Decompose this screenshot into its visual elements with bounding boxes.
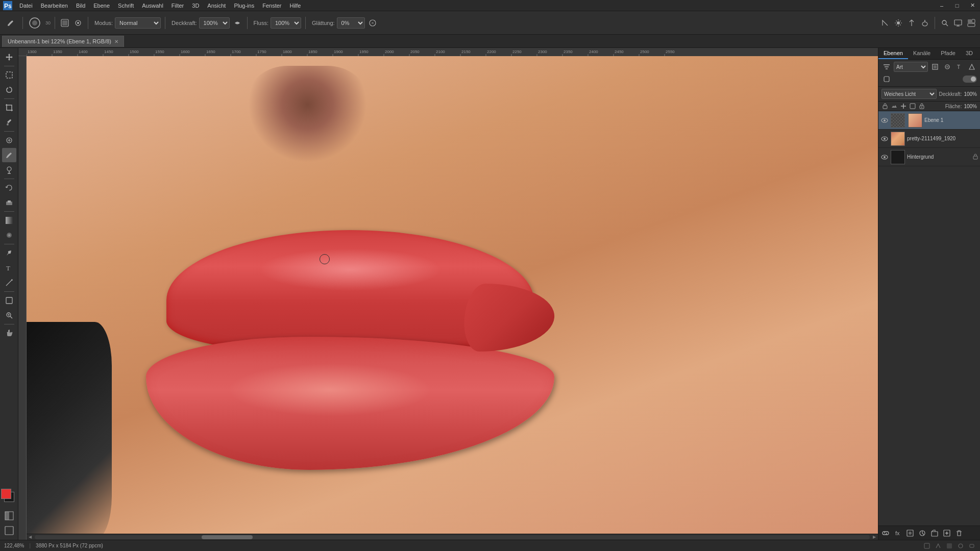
pressure-icon[interactable]	[919, 17, 930, 29]
menu-datei[interactable]: Datei	[15, 0, 37, 11]
type-tool[interactable]: T	[2, 261, 16, 275]
menu-bild[interactable]: Bild	[72, 0, 89, 11]
zoom-tool[interactable]	[2, 308, 16, 322]
horizontal-scrollbar[interactable]: ◀ ▶	[27, 534, 878, 540]
move-tool[interactable]	[2, 50, 16, 64]
layer-item-photo[interactable]: pretty-2111499_1920	[878, 130, 980, 148]
layer-visibility-ebene1[interactable]	[880, 116, 889, 124]
layer-name-photo: pretty-2111499_1920	[907, 136, 978, 141]
airbrush-icon[interactable]	[72, 17, 84, 29]
lock-artboard-icon[interactable]	[909, 103, 916, 110]
minimize-button[interactable]: –	[934, 0, 949, 11]
brush-tool[interactable]	[2, 148, 16, 162]
menu-filter[interactable]: Filter	[167, 0, 188, 11]
filter-type-icon[interactable]: T	[954, 62, 965, 72]
layer-blending-select[interactable]: Weiches Licht	[881, 89, 937, 99]
view-mode-icon[interactable]	[966, 17, 977, 29]
scroll-thumb[interactable]	[202, 535, 253, 539]
lasso-tool[interactable]	[2, 83, 16, 97]
tab-3d[interactable]: 3D	[961, 48, 978, 59]
lock-transparent-icon[interactable]	[881, 103, 889, 110]
color-swatch-area[interactable]	[1, 489, 17, 505]
brush-settings-icon[interactable]	[893, 17, 904, 29]
eraser-tool[interactable]	[2, 195, 16, 210]
add-group-button[interactable]	[929, 528, 940, 538]
add-layer-style-button[interactable]: fx	[893, 528, 903, 538]
tab-pfade[interactable]: Pfade	[936, 48, 961, 59]
flow-select[interactable]: 100%	[271, 17, 301, 29]
maximize-button[interactable]: □	[949, 0, 965, 11]
smoothing-settings-icon[interactable]	[367, 17, 378, 29]
screen-mode-button[interactable]	[2, 523, 16, 538]
selection-tool[interactable]	[2, 68, 16, 82]
menu-3d[interactable]: 3D	[188, 0, 203, 11]
tab-close-button[interactable]: ✕	[114, 39, 118, 44]
menu-ebene[interactable]: Ebene	[89, 0, 114, 11]
lock-position-icon[interactable]	[900, 103, 907, 110]
add-mask-button[interactable]	[905, 528, 915, 538]
quick-mask-button[interactable]	[2, 509, 16, 523]
path-select-tool[interactable]	[2, 276, 16, 290]
layer-visibility-photo[interactable]	[880, 135, 889, 143]
filter-smart-icon[interactable]	[881, 74, 892, 84]
brush-size-picker[interactable]	[27, 15, 42, 31]
add-layer-button[interactable]	[942, 528, 952, 538]
blur-tool[interactable]	[2, 228, 16, 242]
scroll-left-button[interactable]: ◀	[27, 535, 34, 540]
canvas-area[interactable]: 1300 1350 1400 1450 1500 1550 1600 1650	[18, 48, 878, 540]
brush-tool-icon[interactable]	[3, 15, 18, 31]
lock-all-icon[interactable]	[918, 103, 925, 110]
search-icon[interactable]	[939, 17, 950, 29]
shape-tool[interactable]	[2, 293, 16, 308]
healing-brush-tool[interactable]	[2, 133, 16, 147]
smoothing-select[interactable]: 0%	[337, 17, 365, 29]
gradient-tool[interactable]	[2, 213, 16, 228]
svg-rect-124	[932, 532, 938, 536]
symmetry-icon[interactable]	[906, 17, 917, 29]
brush-toggle-icon[interactable]	[59, 17, 70, 29]
close-button[interactable]: ✕	[965, 0, 980, 11]
opacity-toggle-icon[interactable]	[232, 17, 243, 29]
tab-ebenen[interactable]: Ebenen	[878, 48, 908, 59]
menu-fenster[interactable]: Fenster	[258, 0, 285, 11]
add-adjustment-button[interactable]	[917, 528, 927, 538]
delete-layer-button[interactable]	[954, 528, 964, 538]
filter-toggle[interactable]	[963, 76, 977, 83]
document-tab[interactable]: Unbenannt-1 bei 122% (Ebene 1, RGB/8) ✕	[2, 36, 124, 47]
canvas-image-area[interactable]	[27, 56, 878, 540]
menu-bearbeiten[interactable]: Bearbeiten	[37, 0, 72, 11]
hand-tool[interactable]	[2, 326, 16, 340]
menu-ansicht[interactable]: Ansicht	[203, 0, 230, 11]
filter-shape-icon[interactable]	[967, 62, 977, 72]
lock-image-icon[interactable]	[891, 103, 898, 110]
blending-mode-select[interactable]: Normal	[115, 17, 161, 29]
tab-kanale[interactable]: Kanäle	[908, 48, 936, 59]
scroll-right-button[interactable]: ▶	[871, 535, 878, 540]
eyedropper-tool[interactable]	[2, 115, 16, 130]
crop-tool[interactable]	[2, 101, 16, 115]
link-layers-button[interactable]	[880, 528, 891, 538]
pen-tool[interactable]	[2, 246, 16, 260]
layer-type-filter[interactable]: Art	[894, 62, 928, 72]
layer-item-hintergrund[interactable]: Hintergrund	[878, 148, 980, 166]
menu-hilfe[interactable]: Hilfe	[285, 0, 305, 11]
workspace-icon[interactable]	[952, 17, 964, 29]
scroll-track[interactable]	[35, 535, 870, 539]
layer-visibility-hintergrund[interactable]	[880, 153, 889, 161]
clone-stamp-tool[interactable]	[2, 163, 16, 177]
photo-canvas[interactable]	[27, 56, 878, 540]
filter-pixel-icon[interactable]	[930, 62, 940, 72]
history-brush-tool[interactable]	[2, 181, 16, 195]
opacity-select[interactable]: 100%	[199, 17, 230, 29]
angle-icon[interactable]	[879, 17, 891, 29]
menu-schrift[interactable]: Schrift	[114, 0, 138, 11]
lt-sep-6	[4, 244, 14, 244]
filter-icon	[881, 62, 892, 72]
svg-point-128	[959, 544, 963, 548]
layer-item-ebene1[interactable]: Ebene 1	[878, 111, 980, 130]
filter-adjustment-icon[interactable]	[942, 62, 952, 72]
menu-plugins[interactable]: Plug-ins	[230, 0, 258, 11]
panel-menu-icon[interactable]: ☰	[978, 49, 980, 58]
menu-auswahl[interactable]: Auswahl	[138, 0, 167, 11]
foreground-color-swatch[interactable]	[1, 489, 11, 499]
